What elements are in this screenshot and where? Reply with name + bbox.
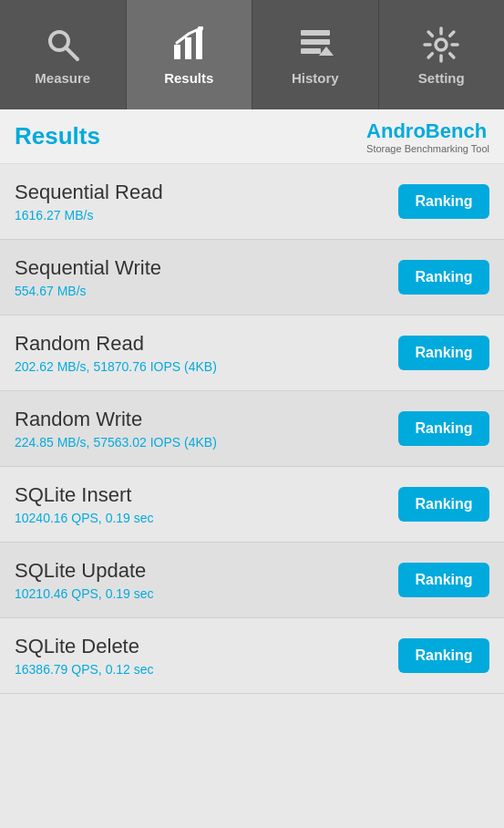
history-icon bbox=[295, 25, 335, 65]
svg-line-18 bbox=[428, 53, 432, 57]
ranking-button[interactable]: Ranking bbox=[398, 487, 489, 522]
result-name: Sequential Read bbox=[15, 181, 163, 204]
result-info: SQLite Delete16386.79 QPS, 0.12 sec bbox=[15, 635, 154, 677]
page-title: Results bbox=[15, 122, 100, 150]
measure-icon bbox=[43, 25, 83, 65]
ranking-button[interactable]: Ranking bbox=[398, 638, 489, 673]
result-row: Random Write224.85 MB/s, 57563.02 IOPS (… bbox=[0, 391, 504, 467]
results-list: Sequential Read1616.27 MB/sRankingSequen… bbox=[0, 164, 504, 694]
setting-icon bbox=[421, 25, 461, 65]
svg-rect-7 bbox=[301, 39, 330, 45]
svg-marker-9 bbox=[319, 47, 334, 56]
svg-rect-2 bbox=[174, 45, 180, 59]
brand-subtitle: Storage Benchmarking Tool bbox=[366, 143, 489, 154]
result-info: Random Read202.62 MB/s, 51870.76 IOPS (4… bbox=[15, 332, 217, 374]
result-row: Random Read202.62 MB/s, 51870.76 IOPS (4… bbox=[0, 316, 504, 391]
result-info: SQLite Update10210.46 QPS, 0.19 sec bbox=[15, 559, 154, 601]
brand-text: AndroBench Storage Benchmarking Tool bbox=[366, 119, 489, 154]
nav-item-results[interactable]: Results bbox=[127, 0, 253, 109]
ranking-button[interactable]: Ranking bbox=[398, 184, 489, 219]
svg-rect-3 bbox=[185, 37, 191, 59]
result-info: SQLite Insert10240.16 QPS, 0.19 sec bbox=[15, 483, 154, 525]
svg-line-15 bbox=[428, 32, 432, 36]
nav-label-history: History bbox=[292, 70, 339, 86]
results-icon bbox=[169, 25, 209, 65]
brand-logo: AndroBench Storage Benchmarking Tool bbox=[358, 119, 489, 154]
svg-line-1 bbox=[66, 47, 77, 59]
nav-label-setting: Setting bbox=[418, 70, 465, 86]
svg-rect-8 bbox=[301, 48, 321, 54]
result-name: Random Write bbox=[15, 408, 217, 431]
ranking-button[interactable]: Ranking bbox=[398, 336, 489, 370]
nav-item-history[interactable]: History bbox=[252, 0, 379, 109]
brand-bench: Bench bbox=[426, 119, 487, 142]
svg-line-17 bbox=[450, 32, 454, 36]
result-row: Sequential Read1616.27 MB/sRanking bbox=[0, 164, 504, 240]
result-info: Sequential Read1616.27 MB/s bbox=[15, 181, 163, 223]
result-row: SQLite Insert10240.16 QPS, 0.19 secRanki… bbox=[0, 467, 504, 543]
svg-rect-6 bbox=[301, 30, 330, 36]
result-row: SQLite Delete16386.79 QPS, 0.12 secRanki… bbox=[0, 618, 504, 694]
nav-item-setting[interactable]: Setting bbox=[379, 0, 505, 109]
ranking-button[interactable]: Ranking bbox=[398, 260, 489, 295]
result-name: SQLite Update bbox=[15, 559, 154, 583]
brand-andro: Andro bbox=[366, 119, 426, 142]
result-name: Sequential Write bbox=[15, 256, 161, 280]
result-name: SQLite Insert bbox=[15, 483, 154, 507]
brand-name: AndroBench bbox=[366, 119, 487, 143]
result-value: 202.62 MB/s, 51870.76 IOPS (4KB) bbox=[15, 359, 217, 374]
ranking-button[interactable]: Ranking bbox=[398, 411, 489, 446]
result-value: 224.85 MB/s, 57563.02 IOPS (4KB) bbox=[15, 435, 217, 450]
result-info: Random Write224.85 MB/s, 57563.02 IOPS (… bbox=[15, 408, 217, 450]
result-name: Random Read bbox=[15, 332, 217, 356]
result-name: SQLite Delete bbox=[15, 635, 154, 658]
ranking-button[interactable]: Ranking bbox=[398, 563, 489, 597]
result-value: 554.67 MB/s bbox=[15, 284, 161, 298]
result-value: 1616.27 MB/s bbox=[15, 208, 163, 223]
svg-point-10 bbox=[436, 39, 447, 50]
page-header: Results AndroBench Storage Benchmarking … bbox=[0, 109, 504, 164]
result-value: 10240.16 QPS, 0.19 sec bbox=[15, 511, 154, 525]
result-value: 10210.46 QPS, 0.19 sec bbox=[15, 586, 154, 601]
top-nav: Measure Results bbox=[0, 0, 504, 109]
svg-line-16 bbox=[450, 53, 454, 57]
result-info: Sequential Write554.67 MB/s bbox=[15, 256, 161, 298]
result-row: SQLite Update10210.46 QPS, 0.19 secRanki… bbox=[0, 543, 504, 618]
result-row: Sequential Write554.67 MB/sRanking bbox=[0, 240, 504, 316]
nav-label-measure: Measure bbox=[35, 70, 90, 86]
svg-rect-4 bbox=[196, 30, 202, 59]
nav-item-measure[interactable]: Measure bbox=[0, 0, 127, 109]
result-value: 16386.79 QPS, 0.12 sec bbox=[15, 662, 154, 677]
nav-label-results: Results bbox=[164, 70, 213, 86]
